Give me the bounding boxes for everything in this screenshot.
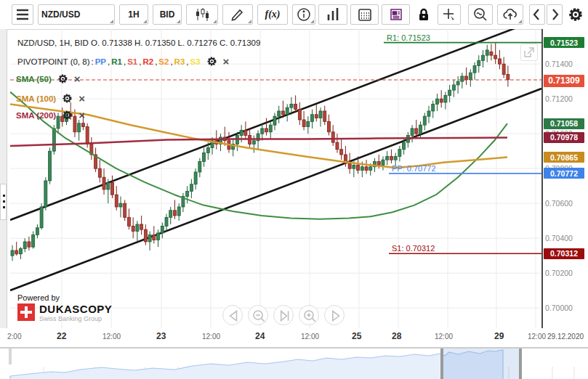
time-tick-label: 12:00 [301,333,319,341]
pivot-token-R1: R1 [111,57,122,66]
pivot-token-R3: R3 [174,57,185,66]
sma-remove-icon[interactable]: × [78,94,85,103]
side-select[interactable]: BID [153,4,182,25]
magMinus-icon [250,307,266,323]
chevL-icon [530,7,544,22]
scroll-left-button[interactable] [529,4,545,25]
price-tick-label: 0.70400 [545,234,573,243]
crosshair-button[interactable] [438,4,461,25]
time-tick-label: 23 [156,331,166,341]
chart-navigator[interactable] [0,347,588,379]
sma-label: SMA (200) [16,111,56,120]
sma-settings-gear-icon[interactable] [62,110,73,121]
side-select-label: BID [157,9,178,20]
popout-icon[interactable] [520,44,538,61]
chart-type-button[interactable] [186,4,218,25]
price-badge-0.70978: 0.70978 [544,132,584,143]
menu-button[interactable] [12,4,33,25]
instrument-select[interactable]: NZD/USD [38,4,115,25]
dropdown-corner-icon [310,20,314,23]
sma-label: SMA (50) [16,75,52,83]
zoomArea-icon [473,7,488,22]
navigator-handle-left[interactable] [440,349,443,379]
triR-icon [326,307,342,323]
gear-icon [57,73,68,84]
volume-button[interactable] [318,4,347,25]
news-button[interactable] [382,4,410,25]
candlestick-chart-canvas[interactable]: R1: 0.71523PP: 0.70772S1: 0.70312 [10,29,541,328]
gear-icon [62,93,73,104]
indicators-button[interactable]: f(x) [257,4,288,25]
sma-remove-icon[interactable]: × [78,111,85,120]
lock-button[interactable] [413,4,435,25]
price-badge-0.70772: 0.70772 [544,168,584,179]
sma-settings-gear-icon[interactable] [62,93,73,104]
navigator-handle-right[interactable] [519,349,522,379]
navigator-selection[interactable] [442,349,520,379]
calendar-icon [358,7,372,22]
price-badge-0.70865: 0.70865 [544,152,584,163]
price-tick-label: 0.70000 [545,303,573,312]
zoom-in-button[interactable] [299,305,319,325]
price-axis: 0.714000.712000.710000.708000.706000.704… [543,29,588,328]
info-icon [297,7,311,22]
toolbar: NZD/USD1HBIDf(x) [0,0,588,30]
dropdown-corner-icon [110,20,113,23]
gear-icon [206,56,217,67]
pivot-line-label-S1: S1: 0.70312 [392,244,435,253]
pan-right-button[interactable] [324,305,345,325]
dropdown-corner-icon [213,20,217,23]
pivot-remove-icon[interactable]: × [223,57,230,66]
dropdown-corner-icon [143,20,147,23]
dukascopy-logo[interactable]: DUKASCOPY Swiss Banking Group [17,303,112,322]
calendar-button[interactable] [350,4,379,25]
lock-icon [416,7,431,22]
settings-button[interactable] [566,4,585,25]
zoom-out-button[interactable] [248,305,268,325]
timeframe-select-label: 1H [125,9,142,20]
go-to-end-button[interactable] [273,305,294,325]
news-icon [389,7,403,22]
pivot-token-R2: R2 [142,57,153,66]
swiss-flag-icon [17,303,35,321]
save-cloud-button[interactable] [497,4,523,25]
chart-area[interactable]: R1: 0.71523PP: 0.70772S1: 0.70312 [10,29,543,330]
price-badge-0.71309: 0.71309 [544,75,584,87]
time-tick-label: 12:00 [202,333,220,341]
pivot-token-S1: S1 [127,57,137,66]
splitter-drag-handle[interactable] [0,184,7,220]
timeframe-select[interactable]: 1H [119,4,148,25]
time-tick-label: 2:00 [7,333,21,341]
pan-left-button[interactable] [222,305,243,325]
volume-icon [326,7,340,22]
pivot-line-label-R1: R1: 0.71523 [387,33,430,42]
legend-sma-row-2: SMA (100)× [16,93,85,104]
info-button[interactable] [292,4,315,25]
navigator-area [10,350,503,379]
triL-icon [225,307,241,323]
legend-ohlc-row: NZD/USD, 1H, BID O. 0.71338 H. 0.71350 L… [17,38,260,47]
pivot-token-S3: S3 [190,57,201,66]
price-tick-label: 0.70200 [545,269,573,277]
legend-sma-row-3: SMA (200)× [16,110,85,121]
sma-remove-icon[interactable]: × [74,75,81,83]
indicators-button-label: f(x) [262,9,283,20]
brand-subtitle: Swiss Banking Group [39,315,112,322]
chart-application: NZD/USD1HBIDf(x) R1: 0.71523PP: 0.70772S… [0,0,588,379]
price-badge-0.70312: 0.70312 [544,248,584,259]
draw-tools-button[interactable] [222,4,253,25]
pivot-title: PIVOTPOINT (0, 8) [17,57,89,66]
axis-date-label: 29.12.2020 [547,333,584,341]
magPlus-icon [301,307,317,323]
scroll-right-button[interactable] [547,4,563,25]
time-tick-label: 22 [57,331,66,341]
pivot-settings-gear-icon[interactable] [206,56,217,67]
gear-icon [62,110,73,121]
pivot-line-label-PP: PP: 0.70772 [392,164,436,173]
sma-settings-gear-icon[interactable] [57,73,68,84]
brand-name: DUKASCOPY [39,303,112,314]
zoom-area-button[interactable] [468,4,493,25]
dropdown-corner-icon [518,20,522,23]
legend-pivot-row: PIVOTPOINT (0, 8) : PP, R1, S1, R2, S2, … [17,56,229,67]
gear-icon [568,7,584,23]
